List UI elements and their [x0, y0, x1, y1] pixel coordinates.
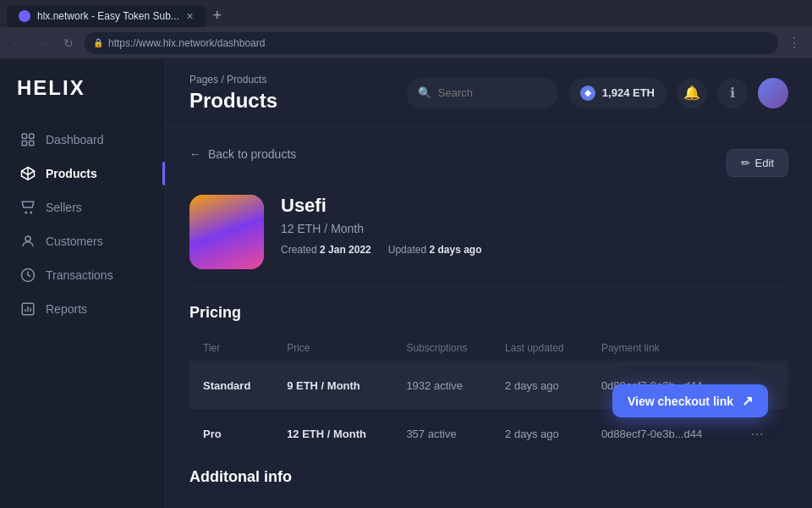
url-text: https://www.hlx.network/dashboard [108, 37, 265, 49]
updated-pro: 2 days ago [491, 410, 588, 458]
tab-title: hlx.network - Easy Token Sub... [37, 10, 179, 22]
customers-icon [20, 234, 36, 249]
sidebar-label-products: Products [46, 167, 97, 180]
back-arrow-icon: ← [189, 147, 201, 161]
sidebar-logo: HELIX [0, 76, 165, 124]
address-bar[interactable]: 🔒 https://www.hlx.network/dashboard [85, 32, 778, 54]
search-icon: 🔍 [418, 86, 431, 99]
updated-label: Updated 2 days ago [388, 244, 482, 256]
additional-section-title: Additonal info [189, 468, 788, 486]
search-input[interactable] [438, 86, 540, 99]
browser-chrome: hlx.network - Easy Token Sub... ✕ + ← → … [0, 0, 812, 59]
active-indicator [162, 162, 165, 185]
tier-pro: Pro [189, 410, 273, 458]
sidebar-label-dashboard: Dashboard [46, 133, 104, 146]
sidebar-item-transactions[interactable]: Transactions [8, 259, 156, 291]
back-nav-button[interactable]: ← [8, 34, 27, 52]
products-icon [20, 166, 36, 181]
checkout-popup[interactable]: View checkout link ↗ [612, 384, 768, 417]
product-thumbnail [189, 195, 264, 269]
reports-icon [20, 301, 36, 317]
browser-toolbar: ← → ↻ 🔒 https://www.hlx.network/dashboar… [0, 27, 812, 59]
back-to-products-button[interactable]: ← Back to products [189, 147, 296, 161]
eth-balance-badge: ◆ 1,924 ETH [568, 78, 667, 108]
price-pro: 12 ETH / Month [273, 410, 392, 458]
created-label: Created 2 Jan 2022 [281, 244, 371, 256]
svg-point-4 [25, 212, 27, 213]
tab-favicon [19, 10, 30, 22]
browser-menu-button[interactable]: ⋮ [785, 34, 804, 52]
sidebar-nav: Dashboard Products Sellers [0, 124, 165, 325]
sidebar-label-reports: Reports [46, 302, 87, 316]
col-subscriptions: Subscriptions [392, 335, 491, 362]
sidebar-label-customers: Customers [46, 235, 103, 248]
updated-standard: 2 days ago [491, 362, 588, 410]
new-tab-button[interactable]: + [206, 3, 229, 27]
sidebar-item-products[interactable]: Products [8, 157, 156, 190]
sidebar-item-customers[interactable]: Customers [8, 225, 156, 257]
sidebar-label-transactions: Transactions [46, 268, 113, 282]
dashboard-icon [20, 132, 36, 147]
col-last-updated: Last updated [491, 335, 588, 362]
product-info: Usefi 12 ETH / Month Created 2 Jan 2022 … [189, 178, 788, 287]
edit-button[interactable]: ✏ Edit [727, 149, 788, 177]
more-options-button-pro[interactable]: ⋯ [745, 422, 769, 445]
header-right: 🔍 ◆ 1,924 ETH 🔔 ℹ [406, 78, 788, 108]
sidebar-item-dashboard[interactable]: Dashboard [8, 124, 156, 156]
header-left: Pages / Products Products [189, 74, 392, 113]
sidebar-label-sellers: Sellers [46, 201, 82, 214]
col-tier: Tier [189, 335, 273, 362]
sidebar: HELIX Dashboard Products [0, 59, 166, 508]
edit-icon: ✏ [741, 157, 750, 169]
page-title: Products [189, 89, 392, 113]
product-meta: Created 2 Jan 2022 Updated 2 days ago [281, 244, 788, 256]
svg-rect-3 [30, 141, 34, 146]
main-content: Pages / Products Products 🔍 ◆ 1,924 ETH … [166, 59, 812, 508]
eth-balance: 1,924 ETH [602, 86, 655, 99]
sidebar-item-sellers[interactable]: Sellers [8, 191, 156, 224]
avatar[interactable] [758, 78, 788, 108]
forward-nav-button[interactable]: → [34, 34, 52, 52]
col-actions [732, 335, 788, 362]
active-tab[interactable]: hlx.network - Easy Token Sub... ✕ [7, 5, 206, 27]
price-standard: 9 ETH / Month [273, 362, 392, 410]
logo-text: HELIX [17, 76, 85, 99]
external-link-icon: ↗ [742, 393, 753, 409]
product-thumbnail-image [189, 195, 264, 269]
pricing-section-title: Pricing [189, 304, 788, 322]
lock-icon: 🔒 [93, 38, 103, 47]
edit-label: Edit [755, 157, 774, 169]
sidebar-item-reports[interactable]: Reports [8, 293, 156, 325]
product-name: Usefi [281, 195, 788, 217]
info-button[interactable]: ℹ [717, 78, 748, 108]
back-label: Back to products [208, 147, 296, 161]
notifications-button[interactable]: 🔔 [677, 78, 707, 108]
svg-point-5 [30, 212, 32, 213]
svg-rect-2 [22, 141, 26, 146]
app-container: HELIX Dashboard Products [0, 59, 812, 508]
search-bar[interactable]: 🔍 [406, 78, 558, 108]
browser-tab-bar: hlx.network - Easy Token Sub... ✕ + [0, 0, 812, 27]
col-payment-link: Payment link [588, 335, 732, 362]
subscriptions-standard: 1932 active [392, 362, 491, 410]
transactions-icon [20, 268, 36, 283]
checkout-popup-label: View checkout link [628, 395, 733, 408]
content-inner: ← Back to products ✏ Edit Usefi 1 [189, 147, 788, 486]
page-content: ← Back to products ✏ Edit Usefi 1 [166, 127, 812, 508]
subscriptions-pro: 357 active [392, 410, 491, 458]
page-header: Pages / Products Products 🔍 ◆ 1,924 ETH … [166, 59, 812, 127]
product-details: Usefi 12 ETH / Month Created 2 Jan 2022 … [281, 195, 788, 256]
breadcrumb: Pages / Products [189, 74, 392, 86]
tier-standard: Standard [189, 362, 273, 410]
eth-icon: ◆ [580, 86, 595, 101]
table-header: Tier Price Subscriptions Last updated Pa… [189, 335, 788, 362]
tab-close-button[interactable]: ✕ [186, 11, 194, 22]
svg-point-6 [25, 236, 30, 241]
product-price: 12 ETH / Month [281, 222, 788, 235]
pricing-table-wrapper: Tier Price Subscriptions Last updated Pa… [189, 335, 788, 458]
reload-button[interactable]: ↻ [59, 34, 78, 52]
additional-info-section: Additonal info [189, 458, 788, 486]
sellers-icon [20, 200, 36, 215]
col-price: Price [273, 335, 392, 362]
svg-rect-1 [30, 134, 34, 138]
